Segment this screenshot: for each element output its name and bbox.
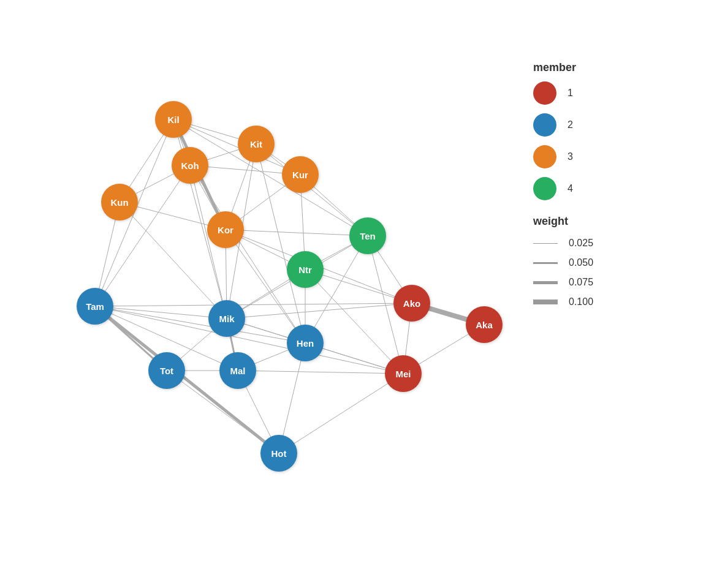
edge-Kit-Ten <box>256 144 368 236</box>
node-circle-Kur <box>282 156 319 193</box>
weight-label-0.100: 0.100 <box>569 296 593 307</box>
node-Ako: Ako <box>393 285 430 322</box>
node-circle-Koh <box>172 147 208 184</box>
edge-Koh-Tam <box>95 165 190 306</box>
weight-legend-title: weight <box>533 215 693 228</box>
legend-circle-4 <box>533 177 556 200</box>
node-circle-Mal <box>219 352 256 389</box>
node-Kit: Kit <box>238 126 275 162</box>
weight-item-0.100: 0.100 <box>533 296 693 307</box>
node-circle-Ten <box>349 217 386 254</box>
node-Kor: Kor <box>207 211 244 248</box>
edge-Ten-Hen <box>305 236 368 343</box>
node-circle-Kil <box>155 101 192 138</box>
legend-label-4: 4 <box>567 183 573 194</box>
weight-item-0.050: 0.050 <box>533 257 693 268</box>
node-circle-Hot <box>260 435 297 472</box>
node-Koh: Koh <box>172 147 208 184</box>
node-Ntr: Ntr <box>287 251 324 288</box>
legend-member-4: 4 <box>533 177 693 200</box>
edge-Mal-Mei <box>238 371 403 374</box>
node-Tam: Tam <box>77 288 113 325</box>
weight-legend-items: 0.025 0.050 0.075 0.100 <box>533 238 693 307</box>
legend-label-2: 2 <box>567 119 573 130</box>
node-circle-Kor <box>207 211 244 248</box>
legend-member-3: 3 <box>533 145 693 168</box>
weight-line-0.025 <box>533 243 558 244</box>
member-legend-title: member <box>533 61 693 74</box>
node-Mei: Mei <box>385 355 422 392</box>
node-circle-Mei <box>385 355 422 392</box>
network-graph: KilKitKohKurKunKorTenNtrTamMikAkoAkaHenT… <box>0 0 521 588</box>
legend-label-1: 1 <box>567 88 573 99</box>
edge-Mei-Hot <box>279 374 403 453</box>
node-Tot: Tot <box>148 352 185 389</box>
weight-label-0.050: 0.050 <box>569 257 593 268</box>
edge-Tam-Ako <box>95 303 412 306</box>
node-Aka: Aka <box>466 306 503 343</box>
node-Mik: Mik <box>208 300 245 337</box>
edge-Tam-Hen <box>95 306 305 343</box>
node-circle-Kit <box>238 126 275 162</box>
legend-circle-2 <box>533 113 556 137</box>
weight-label-0.025: 0.025 <box>569 238 593 249</box>
node-circle-Ntr <box>287 251 324 288</box>
weight-line-0.100 <box>533 300 558 304</box>
node-circle-Tot <box>148 352 185 389</box>
edge-Mik-Ako <box>227 303 412 318</box>
member-legend-items: 1 2 3 4 <box>533 81 693 200</box>
node-Hot: Hot <box>260 435 297 472</box>
legend-container: member 1 2 3 4 weight 0.025 0.050 0.075 … <box>533 61 693 316</box>
node-Kun: Kun <box>101 184 138 221</box>
weight-line-0.075 <box>533 281 558 284</box>
legend-label-3: 3 <box>567 151 573 162</box>
node-Hen: Hen <box>287 325 324 361</box>
node-circle-Aka <box>466 306 503 343</box>
edge-Kor-Ten <box>226 230 368 236</box>
legend-member-1: 1 <box>533 81 693 105</box>
node-circle-Kun <box>101 184 138 221</box>
weight-label-0.075: 0.075 <box>569 277 593 288</box>
node-circle-Mik <box>208 300 245 337</box>
node-circle-Hen <box>287 325 324 361</box>
weight-item-0.075: 0.075 <box>533 277 693 288</box>
node-Ten: Ten <box>349 217 386 254</box>
node-circle-Ako <box>393 285 430 322</box>
legend-circle-1 <box>533 81 556 105</box>
edge-Tam-Mik <box>95 306 227 318</box>
node-Kil: Kil <box>155 101 192 138</box>
graph-container: KilKitKohKurKunKorTenNtrTamMikAkoAkaHenT… <box>0 0 521 588</box>
legend-member-2: 2 <box>533 113 693 137</box>
node-Mal: Mal <box>219 352 256 389</box>
node-Kur: Kur <box>282 156 319 193</box>
weight-line-0.050 <box>533 262 558 264</box>
node-circle-Tam <box>77 288 113 325</box>
weight-item-0.025: 0.025 <box>533 238 693 249</box>
legend-circle-3 <box>533 145 556 168</box>
